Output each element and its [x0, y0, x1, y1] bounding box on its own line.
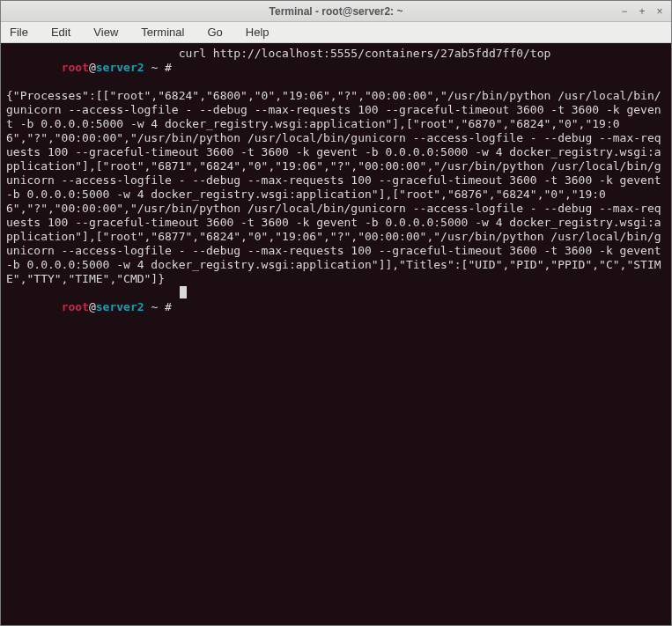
cursor: [180, 286, 187, 298]
menu-file[interactable]: File: [6, 24, 32, 41]
prompt-user: root: [62, 61, 89, 74]
prompt-sep2: [158, 300, 165, 313]
menu-edit[interactable]: Edit: [48, 24, 74, 41]
menu-terminal[interactable]: Terminal: [137, 24, 188, 41]
prompt-at: @: [89, 300, 96, 313]
menu-view[interactable]: View: [90, 24, 122, 41]
menubar: File Edit View Terminal Go Help: [1, 22, 671, 43]
prompt-sep2: [158, 61, 165, 74]
menu-go[interactable]: Go: [203, 24, 225, 41]
terminal-area[interactable]: root@server2 ~ # curl http://localhost:5…: [1, 43, 671, 625]
prompt-sep3: [172, 300, 179, 313]
prompt-host: server2: [96, 300, 144, 313]
terminal-window: Terminal - root@server2: ~ − + × File Ed…: [0, 0, 672, 626]
close-button[interactable]: ×: [654, 5, 666, 18]
menu-help[interactable]: Help: [242, 24, 273, 41]
command-output: {"Processes":[["root","6824","6800","0",…: [6, 89, 666, 286]
titlebar[interactable]: Terminal - root@server2: ~ − + ×: [1, 1, 671, 22]
prompt-sep3: [172, 61, 179, 74]
prompt-hash: #: [165, 61, 172, 74]
prompt-host: server2: [96, 61, 144, 74]
command-text: curl http://localhost:5555/containers/27…: [179, 47, 551, 89]
prompt-line-1: root@server2 ~ # curl http://localhost:5…: [6, 47, 666, 89]
maximize-button[interactable]: +: [636, 5, 648, 18]
minimize-button[interactable]: −: [618, 5, 631, 18]
window-controls: − + ×: [618, 5, 671, 18]
prompt-user: root: [62, 300, 89, 313]
prompt-line-2: root@server2 ~ #: [6, 286, 666, 328]
prompt-at: @: [89, 61, 96, 74]
window-title: Terminal - root@server2: ~: [1, 5, 671, 18]
prompt-hash: #: [165, 300, 172, 313]
